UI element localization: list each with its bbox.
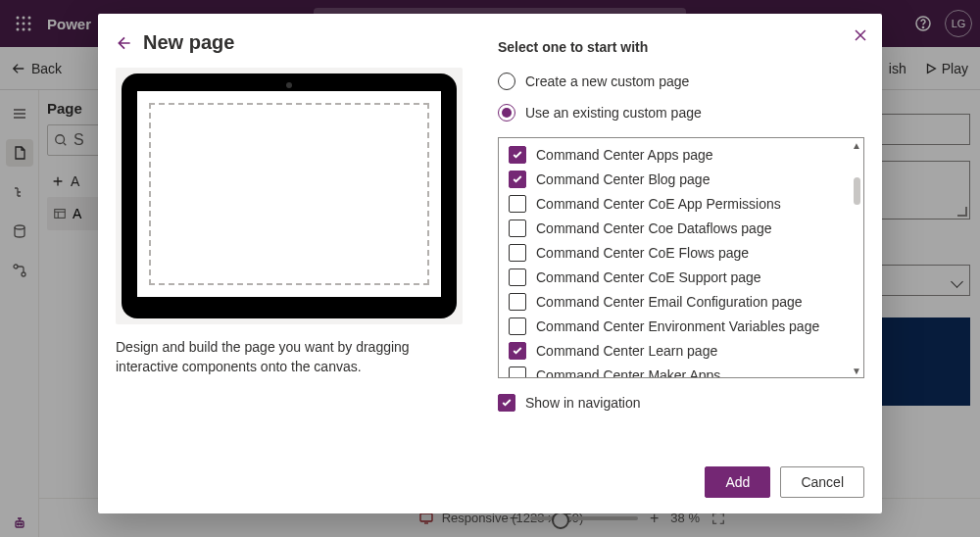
list-item[interactable]: Command Center Apps page <box>499 142 852 167</box>
cancel-button[interactable]: Cancel <box>780 466 864 498</box>
list-item-label: Command Center Coe Dataflows page <box>536 220 771 236</box>
scroll-up-icon[interactable]: ▲ <box>852 140 861 150</box>
page-preview <box>116 68 463 324</box>
show-nav-label: Show in navigation <box>525 395 641 411</box>
list-item-label: Command Center Learn page <box>536 343 717 359</box>
list-item[interactable]: Command Center CoE App Permissions <box>499 191 852 216</box>
existing-pages-list: Command Center Apps pageCommand Center B… <box>498 137 864 378</box>
list-item-label: Command Center Environment Variables pag… <box>536 318 819 334</box>
list-item-label: Command Center Apps page <box>536 147 713 163</box>
checkbox-icon[interactable] <box>509 268 526 286</box>
modal-description: Design and build the page you want by dr… <box>116 338 463 376</box>
list-item[interactable]: Command Center Maker Apps <box>499 363 852 377</box>
checkbox-icon[interactable] <box>509 366 526 378</box>
checkbox-icon[interactable] <box>509 342 526 360</box>
modal-title: New page <box>143 31 234 54</box>
checkbox-icon[interactable] <box>509 244 526 262</box>
list-item-label: Command Center CoE App Permissions <box>536 196 781 212</box>
list-item[interactable]: Command Center Environment Variables pag… <box>499 314 852 338</box>
close-icon[interactable] <box>853 27 868 43</box>
scroll-thumb[interactable] <box>854 177 860 205</box>
checkbox-icon[interactable] <box>509 317 526 335</box>
checkbox-icon[interactable] <box>509 171 526 188</box>
modal-back-icon[interactable] <box>116 34 133 52</box>
list-item[interactable]: Command Center Learn page <box>499 338 852 363</box>
list-item-label: Command Center CoE Support page <box>536 269 761 285</box>
new-page-modal: New page Design and build the page you w… <box>98 14 882 513</box>
list-item-label: Command Center CoE Flows page <box>536 245 749 261</box>
radio-use-existing[interactable]: Use an existing custom page <box>498 104 864 122</box>
list-item-label: Command Center Maker Apps <box>536 367 720 378</box>
scroll-down-icon[interactable]: ▼ <box>852 366 861 375</box>
list-item-label: Command Center Email Configuration page <box>536 294 803 310</box>
radio-existing-label: Use an existing custom page <box>525 105 702 121</box>
checkbox-icon[interactable] <box>509 220 526 237</box>
list-item[interactable]: Command Center Blog page <box>499 167 852 191</box>
radio-create-new[interactable]: Create a new custom page <box>498 73 864 90</box>
show-nav-checkbox[interactable] <box>498 394 515 412</box>
scrollbar[interactable]: ▲ ▼ <box>852 140 861 375</box>
section-title: Select one to start with <box>498 39 864 55</box>
list-item[interactable]: Command Center CoE Support page <box>499 265 852 289</box>
checkbox-icon[interactable] <box>509 195 526 213</box>
list-item[interactable]: Command Center Email Configuration page <box>499 289 852 314</box>
radio-create-label: Create a new custom page <box>525 73 689 89</box>
radio-icon <box>498 104 515 122</box>
list-item[interactable]: Command Center Coe Dataflows page <box>499 216 852 240</box>
checkbox-icon[interactable] <box>509 146 526 164</box>
checkbox-icon[interactable] <box>509 293 526 311</box>
add-button[interactable]: Add <box>705 466 770 498</box>
radio-icon <box>498 73 515 90</box>
list-item-label: Command Center Blog page <box>536 171 710 187</box>
list-item[interactable]: Command Center CoE Flows page <box>499 240 852 265</box>
